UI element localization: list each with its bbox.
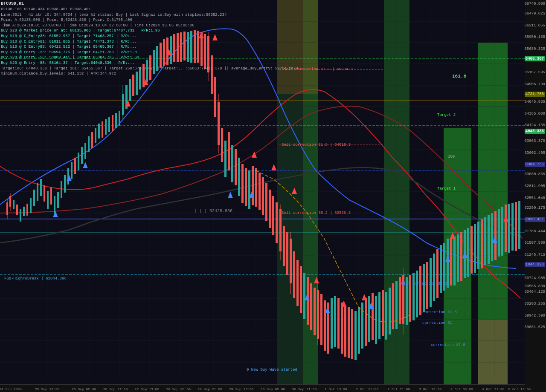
svg-rect-103 [228,132,230,170]
svg-rect-112 [258,173,261,210]
chart-svg: Sell correction 87.5 | 65634.3 Sell corr… [0,0,525,384]
new-wave-label: 0 New Buy Wave started [247,368,297,372]
svg-rect-86 [177,33,179,62]
svg-rect-146 [365,298,367,346]
svg-rect-129 [310,283,312,330]
svg-rect-97 [211,55,213,94]
price-61044: 61044.098 [522,262,545,267]
svg-rect-43 [33,190,35,206]
svg-rect-115 [269,190,271,228]
svg-rect-39 [20,209,21,222]
svg-rect-177 [467,228,469,277]
time-1: 25 Sep 13:00 [35,387,60,391]
svg-rect-77 [146,60,148,82]
svg-rect-47 [47,191,49,209]
svg-rect-94 [204,34,206,69]
price-66740: 66740.800 [524,2,545,6]
svg-rect-52 [64,175,66,193]
svg-rect-59 [88,136,90,152]
price-66479: 66479.825 [524,12,545,16]
svg-rect-74 [136,72,138,95]
svg-rect-148 [372,293,374,340]
svg-rect-66 [112,115,113,131]
svg-rect-178 [470,226,473,274]
price-65950: 65950.135 [524,35,545,39]
time-3: 26 Sep 21:00 [103,387,128,391]
svg-rect-180 [477,222,479,269]
price-59681: 59681.525 [524,325,545,329]
svg-rect-142 [351,309,353,359]
svg-rect-134 [324,300,326,351]
svg-rect-116 [272,196,274,235]
target1-label: Target 1 [437,187,456,191]
svg-rect-88 [183,32,186,61]
svg-rect-111 [255,168,257,207]
svg-rect-174 [457,234,459,282]
time-11: 2 Oct 05:00 [356,387,379,391]
svg-rect-155 [395,281,398,329]
svg-rect-164 [423,264,425,312]
svg-rect-190 [511,203,514,251]
svg-rect-48 [50,187,52,205]
svg-rect-175 [460,232,462,281]
svg-rect-102 [224,141,227,177]
svg-rect-84 [170,36,172,64]
svg-rect-57 [81,147,83,164]
svg-rect-162 [416,271,418,317]
svg-rect-91 [194,30,196,63]
price-61768: 61768.444 [524,229,545,233]
time-13: 3 Oct 13:00 [419,387,441,391]
time-14: 4 Oct 05:00 [450,387,473,391]
price-63602: 63602.405 [524,151,545,155]
svg-rect-181 [481,219,483,268]
svg-rect-61 [95,128,96,143]
svg-rect-147 [368,296,370,342]
target2-label: Target 2 [437,113,456,117]
svg-rect-81 [160,43,162,68]
svg-rect-62 [98,124,100,138]
svg-rect-125 [296,260,299,306]
price-60565: 60565.830 [524,284,545,288]
svg-rect-85 [173,34,175,62]
svg-rect-92 [197,31,199,63]
price-65167: 65167.595 [524,70,545,75]
time-5: 28 Sep 05:00 [166,387,191,391]
price-60203: 60203.255 [524,302,545,306]
svg-rect-105 [235,149,237,185]
svg-rect-107 [241,164,244,203]
svg-rect-50 [57,192,59,208]
svg-rect-40 [23,207,25,216]
svg-rect-87 [180,32,182,62]
svg-rect-109 [248,170,250,209]
fsb-label: FSB-HighToBreak | 61044.096 [4,277,67,281]
svg-rect-37 [13,200,15,209]
price-64124: 64124.135 [524,123,545,127]
svg-rect-108 [245,168,247,206]
svg-rect-120 [283,226,285,266]
svg-rect-187 [501,207,503,256]
price-61246: 61246.715 [524,253,545,257]
svg-rect-42 [30,198,32,213]
time-10: 1 Oct 13:00 [325,387,347,391]
svg-rect-182 [484,217,486,265]
price-63863: 63863.370 [524,139,545,143]
price-63080: 63080.865 [524,172,545,176]
price-62551: 62551.040 [524,196,545,200]
svg-rect-78 [149,55,151,80]
svg-rect-124 [293,251,295,298]
corr-875-label: correction 87.5 [431,343,465,347]
price-64906: 64906.730 [524,82,545,86]
svg-rect-90 [190,31,192,63]
corr-618-label: correction 61.8 [422,310,457,314]
svg-rect-138 [337,298,340,349]
svg-rect-114 [265,183,267,221]
price-64385: 64385.000 [524,112,545,116]
svg-rect-60 [91,132,93,148]
price-60724: 60724.985 [524,276,545,280]
price-63304: 63304.735 [522,162,545,167]
svg-rect-168 [436,249,439,298]
svg-rect-55 [74,158,76,174]
svg-rect-171 [447,239,449,288]
svg-rect-185 [494,211,497,260]
red-zone-1 [478,320,508,384]
